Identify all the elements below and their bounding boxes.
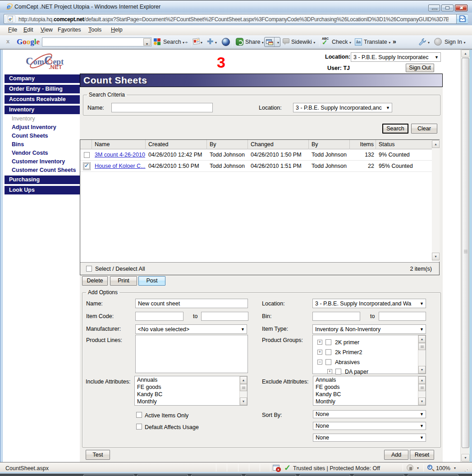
sort-by-select-1[interactable]: None▼ <box>313 410 426 418</box>
sort-by-select-2[interactable]: None▼ <box>313 422 426 430</box>
address-input[interactable]: e http://utopia.hq.comcept.net/default.a… <box>4 14 468 24</box>
attribute-option[interactable]: Kandy BC <box>135 391 247 398</box>
tree-checkbox[interactable] <box>325 339 331 345</box>
google-earth-icon[interactable] <box>222 38 230 46</box>
sidebar-item-customer-inventory[interactable]: Customer Inventory <box>5 157 80 166</box>
exclude-scroll-up-icon[interactable]: ▲ <box>418 376 426 384</box>
scroll-thumb[interactable] <box>462 58 469 448</box>
sidebar-item-customer-count-sheets[interactable]: Customer Count Sheets <box>5 166 80 175</box>
header-location-select[interactable]: 3 - P.B.E. Supply Incorporatec▼ <box>351 52 441 62</box>
active-items-checkbox[interactable] <box>136 412 142 418</box>
minimize-button[interactable] <box>428 5 440 11</box>
search-location-select[interactable]: 3 - P.B.E. Supply Incorporated,anc▼ <box>293 103 392 112</box>
translate-button[interactable]: Translate ▾ <box>364 39 390 45</box>
delete-button[interactable]: Delete <box>82 276 108 286</box>
menu-edit[interactable]: Edit <box>23 27 33 33</box>
tree-scrollbar[interactable]: ▲ ▼ <box>418 335 426 374</box>
product-lines-listbox[interactable] <box>135 335 248 373</box>
attribute-option[interactable]: Annuals <box>313 376 426 384</box>
attribute-option[interactable]: FE goods <box>135 384 247 391</box>
menu-view[interactable]: View <box>41 27 53 33</box>
share-button[interactable]: Share ▾ <box>245 39 264 45</box>
exclude-scroll-down-icon[interactable]: ▼ <box>418 397 426 405</box>
add-button[interactable]: Add <box>384 450 408 460</box>
zoom-icon[interactable] <box>427 465 432 470</box>
item-code-to-input[interactable] <box>201 312 248 321</box>
reset-button[interactable]: Reset <box>410 450 434 460</box>
sidebar-item-count-sheets[interactable]: Count Sheets <box>5 132 80 140</box>
tree-scroll-up-icon[interactable]: ▲ <box>418 335 426 343</box>
resize-grip[interactable] <box>467 469 468 470</box>
sidebar-item-adjust-inventory[interactable]: Adjust Inventory <box>5 123 80 132</box>
share-icon[interactable] <box>236 38 243 46</box>
table-row[interactable]: ✓ House of Koloer C... 04/26/2010 1:50 P… <box>80 161 432 172</box>
test-button[interactable]: Test <box>86 450 110 460</box>
sidebar-section-inventory[interactable]: Inventory <box>5 106 80 114</box>
protected-mode-dropdown-icon[interactable]: ▾ <box>417 466 419 470</box>
attribute-option[interactable]: FE goods <box>313 384 426 391</box>
table-scroll-down-icon[interactable]: ▼ <box>432 253 440 260</box>
taskbar-button[interactable] <box>408 474 458 476</box>
taskbar-button[interactable] <box>245 474 296 476</box>
print-button[interactable]: Print <box>110 276 137 286</box>
settings-wrench-icon[interactable] <box>418 38 426 46</box>
exclude-attributes-listbox[interactable]: Annuals FE goods Kandy BC Monthly ▲ ▼ <box>313 376 426 406</box>
table-scrollbar[interactable]: ▲ ▼ <box>432 140 440 262</box>
search-name-input[interactable] <box>111 103 213 112</box>
column-header-items[interactable]: Items <box>350 140 376 149</box>
menu-help[interactable]: Help <box>111 27 123 33</box>
row-checkbox-checked[interactable]: ✓ <box>84 163 90 169</box>
default-affects-checkbox[interactable] <box>136 424 142 430</box>
menu-file[interactable]: File <box>8 27 17 33</box>
sidebar-section-order-entry[interactable]: Order Entry - Billing <box>5 85 80 93</box>
select-all-checkbox[interactable] <box>86 266 92 272</box>
taskbar-button[interactable] <box>353 474 404 476</box>
item-code-from-input[interactable] <box>135 312 183 321</box>
zoom-dropdown-icon[interactable]: ▾ <box>454 466 456 470</box>
sidewiki-button[interactable]: Sidewiki ▾ <box>291 39 315 45</box>
attribute-option[interactable]: Monthly <box>313 398 426 405</box>
scroll-up-button[interactable]: ▲ <box>461 50 470 57</box>
tree-node[interactable]: + 2k Primer2 <box>313 348 417 357</box>
tree-expand-icon[interactable]: + <box>317 340 322 345</box>
settings-dropdown-icon[interactable]: ▾ <box>428 39 430 45</box>
tree-node-child[interactable]: + DA paper <box>313 367 417 377</box>
news-dropdown-icon[interactable]: ▾ <box>201 39 202 45</box>
browser-scrollbar[interactable]: ▲ ▼ <box>460 50 470 462</box>
compatibility-view-button[interactable] <box>456 14 468 23</box>
include-scroll-up-icon[interactable]: ▲ <box>240 376 247 384</box>
post-button[interactable]: Post <box>138 276 165 286</box>
search-button[interactable]: Search <box>382 124 408 134</box>
sidebar-section-purchasing[interactable]: Purchasing <box>5 176 80 184</box>
row-checkbox[interactable] <box>84 152 90 158</box>
count-sheet-link[interactable]: 3M count 4-26-2010 <box>95 152 145 158</box>
toolbar-close-icon[interactable]: x <box>6 38 9 45</box>
protected-mode-icon[interactable] <box>407 464 413 471</box>
page-error-icon[interactable]: x <box>273 465 280 471</box>
include-scroll-down-icon[interactable]: ▼ <box>240 397 247 405</box>
bin-to-input[interactable] <box>379 312 426 321</box>
add-name-input[interactable]: New count sheet <box>135 299 248 308</box>
tree-checkbox[interactable] <box>325 349 331 355</box>
toolbar-search-input[interactable]: ▾ <box>42 37 151 46</box>
check-button[interactable]: Check ▾ <box>332 39 351 45</box>
exclude-scrollbar[interactable]: ▲ ▼ <box>418 376 426 405</box>
tree-node[interactable]: + 2K primer <box>313 338 417 347</box>
tree-checkbox[interactable] <box>335 369 341 374</box>
product-groups-tree[interactable]: + 2K primer + 2k Primer2 − Abrasives + <box>312 335 426 374</box>
add-location-select[interactable]: 3 - P.B.E. Supply Incorporated,and Wa▼ <box>312 299 426 308</box>
signin-button[interactable]: Sign In ▾ <box>445 39 465 45</box>
column-header-name[interactable]: Name <box>92 140 146 149</box>
taskbar-button[interactable] <box>299 474 350 476</box>
close-button[interactable]: ✖ <box>455 5 467 11</box>
bin-from-input[interactable] <box>312 312 360 321</box>
search-history-dropdown[interactable]: ▾ <box>143 38 151 46</box>
sidebar-section-look-ups[interactable]: Look Ups <box>5 186 80 194</box>
clear-button[interactable]: Clear <box>411 124 437 134</box>
attribute-option[interactable]: Kandy BC <box>313 391 426 398</box>
sidebar-section-company[interactable]: Company <box>5 74 80 83</box>
column-header-created[interactable]: Created <box>146 140 207 149</box>
tree-expand-icon[interactable]: − <box>317 360 322 365</box>
attribute-option[interactable]: Monthly <box>135 398 247 405</box>
menu-favorites[interactable]: Favorites <box>58 27 81 33</box>
